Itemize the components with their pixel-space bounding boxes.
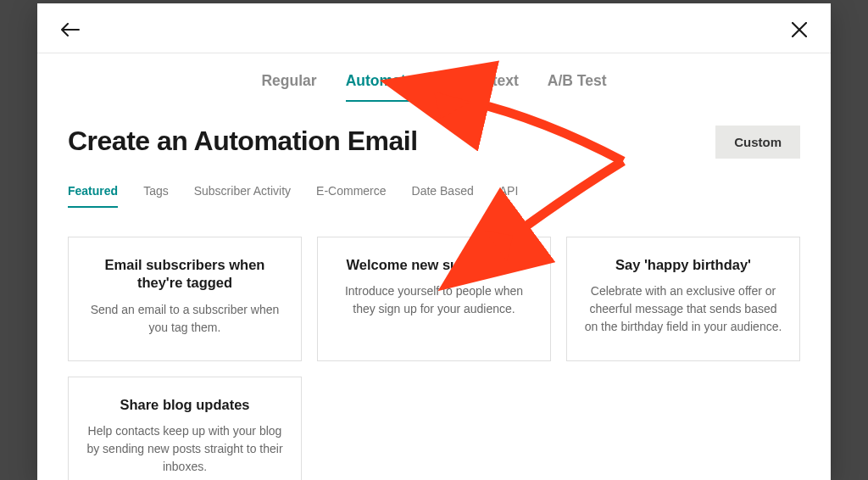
card-blog-updates[interactable]: Share blog updates Help contacts keep up… — [68, 377, 302, 480]
card-title: Share blog updates — [84, 396, 286, 414]
back-arrow-icon[interactable] — [58, 20, 83, 40]
card-title: Email subscribers when they're tagged — [84, 256, 286, 293]
card-desc: Celebrate with an exclusive offer or che… — [582, 282, 784, 336]
title-row: Create an Automation Email Custom — [68, 126, 800, 159]
automation-category-tabs: Featured Tags Subscriber Activity E-Comm… — [68, 184, 800, 208]
page-title: Create an Automation Email — [68, 126, 418, 157]
tab-plaintext[interactable]: Plain-text — [452, 72, 519, 102]
subtab-ecommerce[interactable]: E-Commerce — [316, 184, 386, 208]
subtab-subscriber[interactable]: Subscriber Activity — [194, 184, 291, 208]
tab-automated[interactable]: Automated — [346, 72, 423, 102]
tab-abtest[interactable]: A/B Test — [548, 72, 607, 102]
campaign-type-tabs: Regular Automated Plain-text A/B Test — [37, 53, 831, 102]
custom-button[interactable]: Custom — [715, 126, 800, 159]
subtab-tags[interactable]: Tags — [143, 184, 169, 208]
card-desc: Help contacts keep up with your blog by … — [84, 422, 286, 476]
tab-regular[interactable]: Regular — [261, 72, 316, 102]
close-icon[interactable] — [788, 19, 810, 41]
subtab-api[interactable]: API — [499, 184, 519, 208]
subtab-featured[interactable]: Featured — [68, 184, 118, 208]
card-happy-birthday[interactable]: Say 'happy birthday' Celebrate with an e… — [566, 237, 800, 361]
modal-body: Create an Automation Email Custom Featur… — [37, 102, 831, 480]
modal-header — [37, 3, 831, 53]
card-email-tagged[interactable]: Email subscribers when they're tagged Se… — [68, 237, 302, 361]
automation-cards-grid: Email subscribers when they're tagged Se… — [68, 237, 800, 480]
card-desc: Send an email to a subscriber when you t… — [84, 301, 286, 337]
card-title: Say 'happy birthday' — [582, 256, 784, 274]
create-campaign-modal: Regular Automated Plain-text A/B Test Cr… — [37, 3, 831, 480]
card-title: Welcome new subscribers — [333, 256, 535, 274]
card-desc: Introduce yourself to people when they s… — [333, 282, 535, 318]
card-welcome-subscribers[interactable]: Welcome new subscribers Introduce yourse… — [317, 237, 551, 361]
subtab-datebased[interactable]: Date Based — [412, 184, 474, 208]
